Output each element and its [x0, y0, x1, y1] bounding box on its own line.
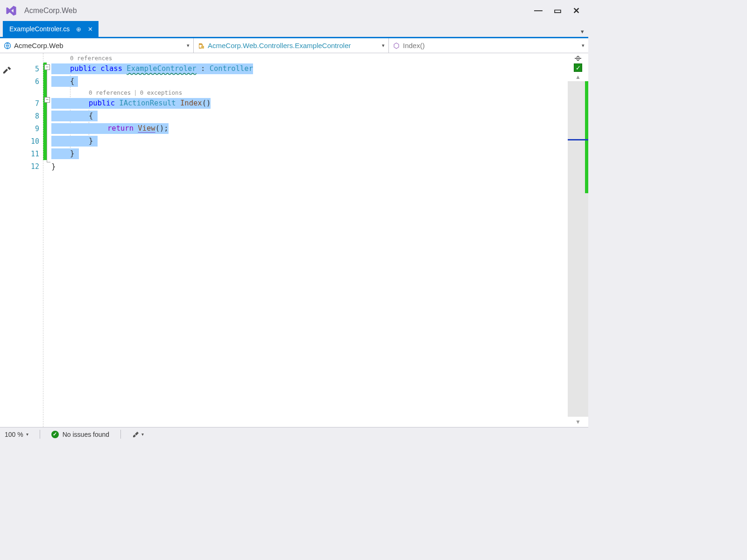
change-annotation [585, 81, 588, 193]
project-dropdown[interactable]: AcmeCorp.Web ▾ [0, 38, 194, 53]
type-dropdown[interactable]: AcmeCorp.Web.Controllers.ExampleControle… [194, 38, 389, 53]
code-line[interactable]: { [51, 75, 568, 88]
issues-indicator[interactable]: ✓ No issues found [51, 431, 109, 438]
scroll-down-icon[interactable]: ▼ [575, 419, 581, 425]
csharp-project-icon [4, 42, 11, 49]
window-title: AcmeCorp.Web [24, 7, 77, 15]
title-bar: AcmeCorp.Web — ▭ ✕ [0, 0, 588, 21]
line-number-gutter: 5 6 7 8 9 10 11 12 [17, 53, 43, 427]
line-number[interactable]: 8 [17, 110, 43, 122]
member-dropdown[interactable]: Index() ▾ [389, 38, 588, 53]
code-line[interactable]: } [51, 147, 568, 160]
code-line[interactable]: } [51, 160, 568, 173]
caret-annotation [568, 139, 588, 140]
code-area[interactable]: 0 references public class ExampleControl… [51, 53, 568, 427]
code-line[interactable]: } [51, 135, 568, 147]
divider [40, 430, 40, 439]
codelens-references[interactable]: 0 references [51, 53, 568, 63]
close-tab-icon[interactable]: ✕ [88, 26, 93, 33]
member-dropdown-label: Index() [403, 42, 425, 49]
line-number[interactable]: 11 [17, 147, 43, 160]
codelens-references[interactable]: 0 references|0 exceptions [51, 88, 568, 97]
document-tab-active[interactable]: ExampleControler.cs ⊕ ✕ [3, 21, 99, 37]
chevron-down-icon: ▾ [26, 432, 28, 437]
line-number[interactable]: 10 [17, 135, 43, 147]
code-cleanup-button[interactable]: ▾ [132, 431, 144, 438]
close-button[interactable]: ✕ [573, 6, 580, 16]
vertical-scrollbar[interactable]: ✓ ▲ ▼ [568, 53, 588, 427]
zoom-level: 100 % [5, 431, 23, 438]
code-line[interactable]: public class ExampleControler : Controll… [51, 63, 568, 75]
zoom-control[interactable]: 100 % ▾ [5, 431, 28, 438]
split-handle-icon[interactable] [573, 54, 583, 63]
glyph-margin [0, 53, 17, 427]
brush-icon [132, 431, 140, 438]
error-health-icon[interactable]: ✓ [574, 63, 582, 72]
navigation-bar: AcmeCorp.Web ▾ AcmeCorp.Web.Controllers.… [0, 38, 588, 53]
annotation-track[interactable] [568, 81, 588, 417]
line-number[interactable]: 12 [17, 160, 43, 173]
method-icon [393, 42, 400, 49]
tab-overflow-icon[interactable]: ▾ [576, 21, 588, 37]
project-dropdown-label: AcmeCorp.Web [14, 42, 63, 49]
divider [120, 430, 121, 439]
window-controls: — ▭ ✕ [534, 6, 584, 16]
editor-statusbar: 100 % ▾ ✓ No issues found ▾ [0, 427, 588, 441]
tab-filename: ExampleControler.cs [9, 25, 70, 33]
line-number[interactable]: 7 [17, 97, 43, 110]
document-tabs: ExampleControler.cs ⊕ ✕ ▾ [0, 21, 588, 37]
chevron-down-icon: ▾ [382, 42, 385, 49]
class-icon [197, 42, 205, 49]
code-line[interactable]: return View(); [51, 122, 568, 135]
code-editor[interactable]: 5 6 7 8 9 10 11 12 − − 0 references publ… [0, 53, 588, 427]
ok-check-icon: ✓ [51, 431, 59, 438]
type-dropdown-label: AcmeCorp.Web.Controllers.ExampleControle… [208, 42, 351, 49]
fold-toggle-icon[interactable]: − [44, 64, 50, 70]
issues-text: No issues found [63, 431, 109, 438]
line-number[interactable]: 9 [17, 122, 43, 135]
minimize-button[interactable]: — [534, 6, 543, 16]
chevron-down-icon: ▾ [582, 42, 585, 49]
line-number[interactable]: 6 [17, 75, 43, 88]
visual-studio-icon [5, 4, 18, 17]
chevron-down-icon: ▾ [187, 42, 190, 49]
code-line[interactable]: public IActionResult Index() [51, 97, 568, 110]
build-hammer-icon[interactable] [3, 65, 14, 77]
scroll-up-icon[interactable]: ▲ [575, 74, 581, 80]
maximize-button[interactable]: ▭ [554, 6, 562, 16]
code-line[interactable]: { [51, 110, 568, 122]
pin-icon[interactable]: ⊕ [76, 26, 81, 33]
line-number[interactable]: 5 [17, 63, 43, 75]
outlining-margin: − − [43, 53, 51, 427]
chevron-down-icon: ▾ [141, 432, 144, 437]
fold-toggle-icon[interactable]: − [44, 97, 50, 103]
